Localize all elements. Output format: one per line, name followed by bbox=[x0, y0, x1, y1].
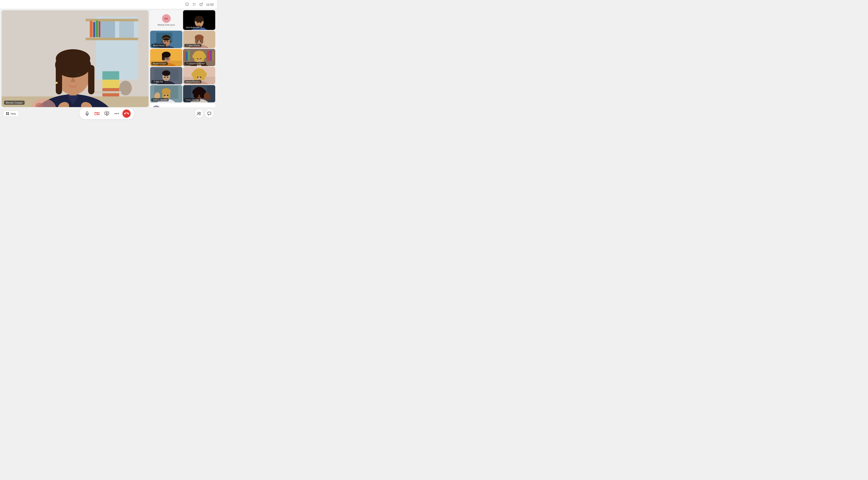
svg-point-197 bbox=[200, 112, 201, 113]
amy-name-overlay: 🎤 Amy Dokidis bbox=[184, 44, 202, 47]
profile-card-avatar bbox=[152, 106, 160, 107]
svg-rect-183 bbox=[6, 114, 7, 115]
svg-point-98 bbox=[167, 58, 168, 59]
svg-rect-107 bbox=[212, 52, 214, 61]
svg-point-196 bbox=[198, 112, 199, 113]
microphone-icon bbox=[85, 111, 89, 116]
info-icon[interactable] bbox=[185, 2, 189, 6]
participant-tile-kasey[interactable]: Kasey George bbox=[183, 85, 215, 102]
albert-name-text: Albert Flores bbox=[153, 44, 164, 47]
bessie-name-text: Bessie Cooper bbox=[153, 62, 166, 65]
svg-rect-11 bbox=[93, 22, 95, 37]
participants-button[interactable] bbox=[195, 109, 204, 118]
svg-rect-152 bbox=[168, 91, 170, 98]
svg-point-139 bbox=[193, 76, 198, 80]
svg-point-129 bbox=[167, 77, 168, 78]
svg-point-154 bbox=[164, 95, 165, 96]
end-call-icon bbox=[124, 111, 129, 116]
svg-point-195 bbox=[118, 113, 119, 114]
end-call-button[interactable] bbox=[122, 109, 131, 118]
chat-button[interactable] bbox=[205, 109, 214, 118]
more-options-button[interactable] bbox=[113, 109, 121, 118]
participant-tile-cheyenne[interactable]: 🎤 Cheyenne Kenter bbox=[183, 49, 215, 66]
svg-point-193 bbox=[115, 113, 116, 114]
main-video-visual bbox=[2, 10, 149, 107]
svg-point-58 bbox=[200, 22, 202, 23]
participants-icon bbox=[197, 112, 201, 115]
participant-tile-amy[interactable]: 🎤 Amy Dokidis bbox=[183, 31, 215, 48]
participant-tile-bessie[interactable]: Bessie Cooper bbox=[150, 49, 182, 66]
svg-point-55 bbox=[194, 16, 204, 23]
main-content: Bessie Cooper ME Melody Enki (you) bbox=[0, 9, 217, 107]
participant-tile-me[interactable]: ME Melody Enki (you) bbox=[150, 10, 182, 30]
svg-rect-9 bbox=[86, 38, 138, 40]
current-time: 11:52 bbox=[206, 3, 214, 6]
svg-point-171 bbox=[200, 95, 201, 96]
svg-point-142 bbox=[200, 77, 201, 78]
participants-row-5: Kathryn Murphy bbox=[150, 85, 215, 102]
participant-tile-josh[interactable]: Josh Anderson bbox=[183, 10, 215, 30]
external-link-icon[interactable] bbox=[199, 2, 204, 6]
svg-rect-106 bbox=[210, 50, 212, 61]
participant-tile-hanna[interactable]: Hanna Bergson bbox=[183, 67, 215, 84]
svg-rect-105 bbox=[207, 51, 209, 61]
screen-share-button[interactable] bbox=[103, 109, 111, 118]
right-controls bbox=[195, 109, 214, 118]
svg-rect-104 bbox=[188, 50, 190, 61]
josh-name-overlay: Josh Anderson bbox=[184, 26, 200, 29]
josh-name-text: Josh Anderson bbox=[186, 26, 199, 29]
participants-panel: ME Melody Enki (you) bbox=[150, 10, 215, 107]
microphone-button[interactable] bbox=[83, 109, 91, 118]
svg-point-81 bbox=[197, 40, 198, 41]
bessie-name-overlay: Bessie Cooper bbox=[151, 62, 168, 65]
svg-point-119 bbox=[200, 58, 202, 59]
svg-rect-19 bbox=[94, 91, 121, 93]
billy-name-text: Billy Dai bbox=[156, 80, 163, 83]
svg-rect-182 bbox=[8, 112, 9, 113]
svg-rect-184 bbox=[8, 114, 9, 115]
kathryn-name-overlay: Kathryn Murphy bbox=[151, 98, 169, 101]
svg-point-42 bbox=[65, 73, 69, 76]
svg-point-43 bbox=[76, 73, 81, 76]
me-avatar: ME bbox=[162, 14, 171, 23]
svg-point-44 bbox=[56, 82, 58, 84]
svg-line-3 bbox=[201, 3, 203, 4]
shrink-icon[interactable] bbox=[192, 2, 196, 6]
svg-point-194 bbox=[116, 113, 117, 114]
cheyenne-name-text: Cheyenne Kenter bbox=[189, 62, 205, 65]
svg-point-69 bbox=[164, 41, 165, 42]
participant-tile-kathryn[interactable]: Kathryn Murphy bbox=[150, 85, 182, 102]
svg-point-97 bbox=[164, 58, 165, 59]
svg-rect-13 bbox=[98, 21, 100, 37]
view-button[interactable]: View bbox=[3, 111, 19, 117]
profile-avatar-image bbox=[152, 106, 160, 107]
albert-name-overlay: Albert Flores bbox=[151, 44, 166, 47]
svg-point-117 bbox=[200, 58, 204, 62]
svg-rect-10 bbox=[90, 21, 93, 37]
grid-icon bbox=[6, 112, 9, 115]
svg-rect-6 bbox=[100, 21, 115, 40]
svg-rect-102 bbox=[183, 50, 185, 61]
bottom-bar: View bbox=[0, 107, 217, 120]
svg-rect-15 bbox=[102, 71, 119, 80]
hanna-name-overlay: Hanna Bergson bbox=[184, 80, 202, 83]
top-bar: 11:52 bbox=[0, 0, 217, 9]
screen-share-icon bbox=[105, 112, 109, 115]
amy-muted-icon: 🎤 bbox=[186, 44, 188, 46]
participant-tile-albert[interactable]: Albert Flores bbox=[150, 31, 182, 48]
svg-point-126 bbox=[162, 70, 170, 76]
kathryn-name-text: Kathryn Murphy bbox=[153, 99, 167, 101]
svg-rect-40 bbox=[88, 65, 94, 94]
svg-rect-181 bbox=[6, 112, 7, 113]
camera-button[interactable] bbox=[93, 109, 101, 118]
svg-point-82 bbox=[200, 40, 201, 41]
svg-rect-12 bbox=[96, 21, 98, 37]
svg-point-128 bbox=[164, 77, 165, 78]
main-speaker-name: Bessie Cooper bbox=[4, 101, 25, 105]
svg-rect-68 bbox=[170, 40, 171, 43]
amy-name-text: Amy Dokidis bbox=[189, 44, 200, 47]
main-video: Bessie Cooper bbox=[2, 10, 149, 107]
chat-icon bbox=[207, 112, 211, 115]
svg-rect-7 bbox=[119, 21, 134, 40]
participant-tile-billy[interactable]: 🎤 Billy Dai bbox=[150, 67, 182, 84]
